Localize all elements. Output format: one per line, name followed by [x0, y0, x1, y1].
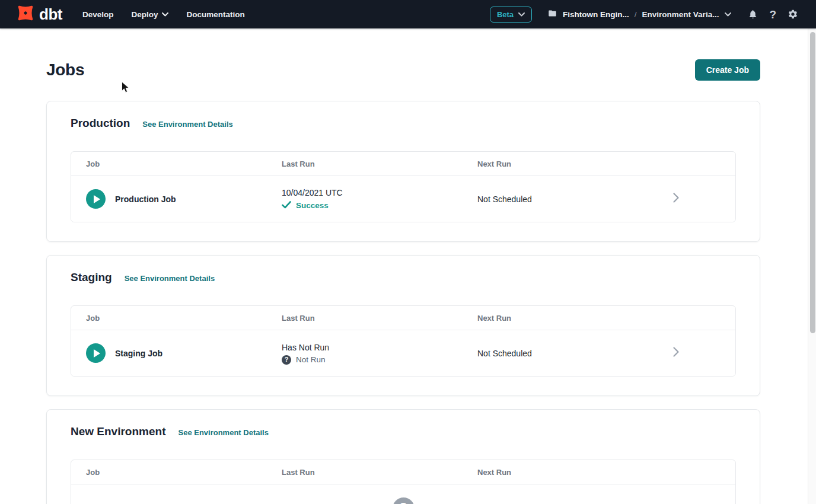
play-icon [94, 195, 100, 203]
breadcrumb-project: Fishtown Engin... [563, 10, 629, 19]
main-content-area: Jobs Create Job Production See Environme… [0, 28, 808, 504]
beta-label: Beta [497, 10, 514, 19]
dbt-logo[interactable]: dbt [15, 3, 62, 25]
last-run-date: Has Not Run [282, 342, 477, 353]
environment-card-staging: Staging See Environment Details Job Last… [46, 255, 760, 396]
last-run-cell: 10/04/2021 UTC Success [282, 187, 477, 211]
chevron-right-icon [673, 347, 679, 359]
folder-icon [547, 9, 557, 20]
environment-card-production: Production See Environment Details Job L… [46, 101, 760, 242]
top-navigation: dbt Develop Deploy Documentation Beta Fi… [0, 0, 816, 28]
notifications-bell-icon[interactable] [748, 9, 758, 20]
nav-right-group: Beta Fishtown Engin... / Environment Var… [490, 7, 798, 23]
environment-name: New Environment [71, 425, 165, 438]
next-run-cell: Not Scheduled [477, 349, 617, 358]
chevron-right-icon [673, 193, 679, 205]
chevron-down-icon [725, 12, 731, 17]
column-header-last-run: Last Run [282, 306, 477, 330]
vertical-scrollbar-thumb[interactable] [810, 32, 815, 333]
column-header-job: Job [71, 460, 282, 484]
column-header-actions [617, 306, 735, 330]
job-row-staging-job[interactable]: Staging Job Has Not Run ? Not Run Not Sc… [71, 330, 735, 376]
environment-name: Production [71, 117, 130, 130]
see-environment-details-link[interactable]: See Environment Details [142, 120, 232, 129]
nav-icon-group: ? [748, 9, 798, 20]
status-text: Success [296, 201, 329, 210]
vertical-scrollbar-track[interactable] [808, 28, 816, 504]
success-check-icon [282, 200, 291, 211]
job-cell: Staging Job [71, 343, 282, 363]
last-run-cell: Has Not Run ? Not Run [282, 342, 477, 365]
help-question-glyph: ? [769, 9, 776, 20]
jobs-table: Job Last Run Next Run ? [71, 460, 736, 504]
play-icon [94, 349, 100, 358]
job-row-production-job[interactable]: Production Job 10/04/2021 UTC Success No… [71, 176, 735, 222]
job-name: Staging Job [115, 349, 162, 358]
settings-gear-icon[interactable] [788, 9, 798, 20]
project-environment-selector[interactable]: Fishtown Engin... / Environment Varia... [547, 9, 731, 20]
beta-dropdown-button[interactable]: Beta [490, 7, 532, 23]
environment-card-new-environment: New Environment See Environment Details … [46, 409, 760, 504]
environment-header: Staging See Environment Details [71, 271, 736, 284]
next-run-cell: Not Scheduled [477, 194, 617, 204]
empty-state-question-icon: ? [393, 497, 415, 504]
column-header-last-run: Last Run [282, 460, 477, 484]
chevron-down-icon [162, 12, 168, 17]
nav-item-develop-label: Develop [82, 10, 114, 19]
breadcrumb-page: Environment Varia... [642, 10, 719, 19]
column-header-next-run: Next Run [477, 152, 617, 176]
page-title: Jobs [46, 60, 84, 79]
dbt-logo-icon [15, 3, 36, 25]
last-run-status: ? Not Run [282, 355, 477, 365]
run-job-play-button[interactable] [86, 189, 106, 209]
see-environment-details-link[interactable]: See Environment Details [125, 274, 215, 283]
jobs-table: Job Last Run Next Run Staging Job Has No… [71, 305, 736, 377]
nav-item-deploy[interactable]: Deploy [131, 10, 168, 19]
breadcrumb-separator: / [635, 10, 637, 19]
jobs-table: Job Last Run Next Run Production Job 10/… [71, 151, 736, 222]
job-name: Production Job [115, 194, 176, 204]
environment-header: New Environment See Environment Details [71, 425, 736, 438]
column-header-last-run: Last Run [282, 152, 477, 176]
nav-item-deploy-label: Deploy [131, 10, 158, 19]
run-job-play-button[interactable] [86, 343, 106, 363]
job-cell: Production Job [71, 189, 282, 209]
jobs-table-header: Job Last Run Next Run [71, 306, 735, 330]
jobs-table-header: Job Last Run Next Run [71, 152, 735, 176]
see-environment-details-link[interactable]: See Environment Details [178, 428, 268, 437]
column-header-actions [617, 460, 735, 484]
column-header-job: Job [71, 306, 282, 330]
chevron-down-icon [518, 12, 525, 17]
column-header-next-run: Next Run [477, 306, 617, 330]
nav-item-documentation-label: Documentation [186, 10, 244, 19]
jobs-table-header: Job Last Run Next Run [71, 460, 735, 484]
last-run-status: Success [282, 200, 477, 211]
empty-jobs-state: ? [71, 484, 735, 504]
column-header-next-run: Next Run [477, 460, 617, 484]
not-run-question-icon: ? [282, 355, 291, 365]
page-header: Jobs Create Job [46, 59, 760, 81]
last-run-date: 10/04/2021 UTC [282, 187, 477, 198]
nav-item-documentation[interactable]: Documentation [186, 10, 244, 19]
column-header-actions [617, 152, 735, 176]
status-text: Not Run [296, 355, 326, 364]
nav-item-develop[interactable]: Develop [82, 10, 114, 19]
main-menu: Develop Deploy Documentation [82, 10, 245, 19]
create-job-button[interactable]: Create Job [695, 59, 760, 81]
row-chevron[interactable] [617, 193, 735, 205]
dbt-logo-text: dbt [39, 7, 62, 22]
column-header-job: Job [71, 152, 282, 176]
row-chevron[interactable] [617, 347, 735, 359]
help-question-icon[interactable]: ? [769, 9, 776, 20]
environment-name: Staging [71, 271, 112, 284]
environment-header: Production See Environment Details [71, 117, 736, 130]
